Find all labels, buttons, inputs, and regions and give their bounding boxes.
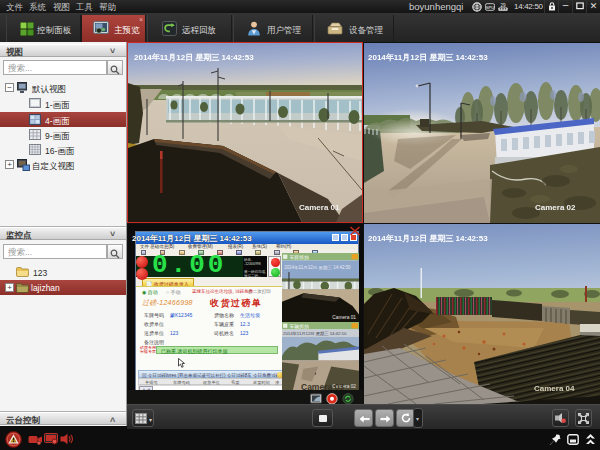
svg-text:29: 29 (500, 3, 506, 8)
svg-text:2014年11月12日 星期三 14:42:50: 2014年11月12日 星期三 14:42:50 (283, 331, 347, 336)
svg-text:Camera 01: Camera 01 (299, 203, 340, 212)
svg-text:SPU: SPU (486, 5, 495, 10)
svg-text:2014年11月12日 星期三 14:42:53: 2014年11月12日 星期三 14:42:53 (368, 234, 488, 243)
svg-text:2014年11月12日 星期三 14:42:53: 2014年11月12日 星期三 14:42:53 (134, 53, 254, 62)
svg-text:车辆抓拍: 车辆抓拍 (289, 323, 308, 330)
svg-text:车牌抓拍: 车牌抓拍 (289, 254, 308, 261)
svg-text:Camera 04: Camera 04 (534, 384, 575, 393)
svg-text:Camera 01: Camera 01 (332, 315, 356, 320)
svg-text:Camera 02: Camera 02 (535, 203, 576, 212)
svg-text:2014年11月12日 星期三 14:42:50: 2014年11月12日 星期三 14:42:50 (284, 265, 351, 270)
svg-text:2014年11月12日 星期三 14:42:53: 2014年11月12日 星期三 14:42:53 (368, 53, 488, 62)
